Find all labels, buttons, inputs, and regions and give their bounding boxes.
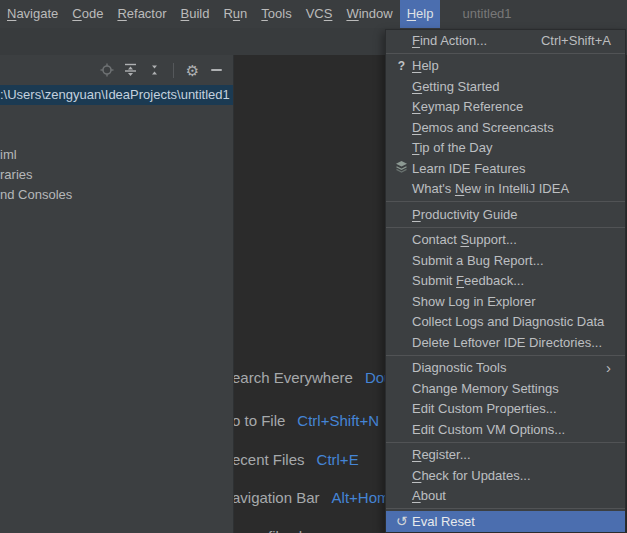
menu-item-label: What's New in IntelliJ IDEA xyxy=(412,181,569,196)
menu-item-label: Contact Support... xyxy=(412,232,517,247)
menu-item-edit-custom-vm-options[interactable]: Edit Custom VM Options... xyxy=(386,419,625,440)
hint-label: ecent Files xyxy=(232,451,305,468)
learn-icon xyxy=(394,160,409,176)
menu-item-diagnostic-tools[interactable]: Diagnostic Tools› xyxy=(386,358,625,379)
menu-item-tip-of-the-day[interactable]: Tip of the Day xyxy=(386,138,625,159)
menu-item-check-for-updates[interactable]: Check for Updates... xyxy=(386,465,625,486)
tree-item[interactable]: iml xyxy=(0,145,233,165)
menu-item-label: Diagnostic Tools xyxy=(412,360,506,375)
menu-item-edit-custom-properties[interactable]: Edit Custom Properties... xyxy=(386,399,625,420)
menu-item-label: Delete Leftover IDE Directories... xyxy=(412,335,602,350)
menubar-item-code[interactable]: Code xyxy=(65,0,110,28)
window-title: untitled1 xyxy=(462,0,511,28)
project-toolbar: ⚙ xyxy=(0,55,233,85)
menu-item-productivity-guide[interactable]: Productivity Guide xyxy=(386,204,625,225)
menu-item-label: Keymap Reference xyxy=(412,99,523,114)
menu-item-keymap-reference[interactable]: Keymap Reference xyxy=(386,97,625,118)
hint-shortcut: Ctrl+E xyxy=(317,451,359,468)
menu-item-label: Submit a Bug Report... xyxy=(412,253,544,268)
menubar-item-navigate[interactable]: Navigate xyxy=(0,0,65,28)
menu-separator xyxy=(386,508,625,509)
project-root-path-row[interactable]: :\Users\zengyuan\IdeaProjects\untitled1 xyxy=(0,85,233,105)
menu-bar: NavigateCodeRefactorBuildRunToolsVCSWind… xyxy=(0,0,627,28)
menubar-item-run[interactable]: Run xyxy=(216,0,254,28)
collapse-all-icon[interactable] xyxy=(147,63,162,78)
menu-item-label: Find Action... xyxy=(412,33,487,48)
menu-item-label: Edit Custom Properties... xyxy=(412,401,557,416)
menu-item-about[interactable]: About xyxy=(386,486,625,507)
menu-item-what-s-new-in-intellij-idea[interactable]: What's New in IntelliJ IDEA xyxy=(386,179,625,200)
menu-item-learn-ide-features[interactable]: Learn IDE Features xyxy=(386,158,625,179)
menu-item-label: Check for Updates... xyxy=(412,468,531,483)
menu-item-label: Getting Started xyxy=(412,79,499,94)
help-menu-popup: Find Action...Ctrl+Shift+A?HelpGetting S… xyxy=(385,29,626,533)
submenu-arrow-icon: › xyxy=(606,361,611,375)
menu-bar-items: NavigateCodeRefactorBuildRunToolsVCSWind… xyxy=(0,0,440,28)
hint-label: o to File xyxy=(232,412,285,429)
menu-item-label: Collect Logs and Diagnostic Data xyxy=(412,314,604,329)
menu-item-label: Show Log in Explorer xyxy=(412,294,536,309)
menu-item-shortcut: Ctrl+Shift+A xyxy=(541,33,611,48)
menu-item-submit-feedback[interactable]: Submit Feedback... xyxy=(386,271,625,292)
hint-shortcut: Ctrl+Shift+N xyxy=(297,412,379,429)
editor-hint-row: o to FileCtrl+Shift+N xyxy=(232,413,379,429)
menu-item-find-action[interactable]: Find Action...Ctrl+Shift+A xyxy=(386,30,625,51)
menu-item-help[interactable]: ?Help xyxy=(386,56,625,77)
reset-icon: ↺ xyxy=(394,514,409,528)
menu-item-label: Eval Reset xyxy=(412,514,475,529)
hint-label: files here xyxy=(268,528,329,533)
menubar-item-vcs[interactable]: VCS xyxy=(299,0,340,28)
tree-item[interactable]: nd Consoles xyxy=(0,185,233,205)
tree-item[interactable]: raries xyxy=(0,165,233,185)
menu-item-delete-leftover-ide-directories[interactable]: Delete Leftover IDE Directories... xyxy=(386,332,625,353)
menu-item-label: Edit Custom VM Options... xyxy=(412,422,565,437)
expand-all-icon[interactable] xyxy=(123,63,138,78)
toolbar-divider xyxy=(173,63,174,78)
editor-hint-row: ecent FilesCtrl+E xyxy=(232,452,359,468)
menubar-item-tools[interactable]: Tools xyxy=(254,0,298,28)
project-tree: imlrariesnd Consoles xyxy=(0,145,233,205)
menu-separator xyxy=(386,201,625,202)
menu-item-label: Submit Feedback... xyxy=(412,273,524,288)
menu-item-contact-support[interactable]: Contact Support... xyxy=(386,230,625,251)
menu-separator xyxy=(386,227,625,228)
menu-item-getting-started[interactable]: Getting Started xyxy=(386,76,625,97)
hint-label: earch Everywhere xyxy=(232,369,353,386)
hint-label: avigation Bar xyxy=(232,489,320,506)
menubar-item-help[interactable]: Help xyxy=(400,0,441,28)
menu-item-label: Learn IDE Features xyxy=(412,161,525,176)
hide-panel-icon[interactable] xyxy=(209,63,224,78)
menu-item-demos-and-screencasts[interactable]: Demos and Screencasts xyxy=(386,117,625,138)
menu-separator xyxy=(386,355,625,356)
settings-gear-icon[interactable]: ⚙ xyxy=(185,63,200,78)
menubar-item-window[interactable]: Window xyxy=(339,0,399,28)
project-tool-window: ⚙ :\Users\zengyuan\IdeaProjects\untitled… xyxy=(0,55,234,533)
menu-item-label: Productivity Guide xyxy=(412,207,518,222)
menu-separator xyxy=(386,442,625,443)
editor-hint-row: files here xyxy=(268,529,329,533)
menu-item-label: Demos and Screencasts xyxy=(412,120,554,135)
menu-item-collect-logs-and-diagnostic-data[interactable]: Collect Logs and Diagnostic Data xyxy=(386,312,625,333)
menubar-item-build[interactable]: Build xyxy=(174,0,217,28)
select-opened-file-icon[interactable] xyxy=(99,63,114,78)
menubar-item-refactor[interactable]: Refactor xyxy=(110,0,173,28)
menu-separator xyxy=(386,53,625,54)
menu-item-show-log-in-explorer[interactable]: Show Log in Explorer xyxy=(386,291,625,312)
menu-item-register[interactable]: Register... xyxy=(386,445,625,466)
menu-item-submit-a-bug-report[interactable]: Submit a Bug Report... xyxy=(386,250,625,271)
menu-item-label: Tip of the Day xyxy=(412,140,492,155)
menu-item-label: Help xyxy=(412,58,439,73)
editor-hint-row: avigation BarAlt+Home xyxy=(232,490,398,506)
menu-item-change-memory-settings[interactable]: Change Memory Settings xyxy=(386,378,625,399)
menu-item-eval-reset[interactable]: ↺Eval Reset xyxy=(386,511,625,532)
menu-item-label: About xyxy=(412,488,446,503)
menu-item-label: Register... xyxy=(412,447,471,462)
help-icon: ? xyxy=(394,59,409,73)
menu-item-label: Change Memory Settings xyxy=(412,381,559,396)
